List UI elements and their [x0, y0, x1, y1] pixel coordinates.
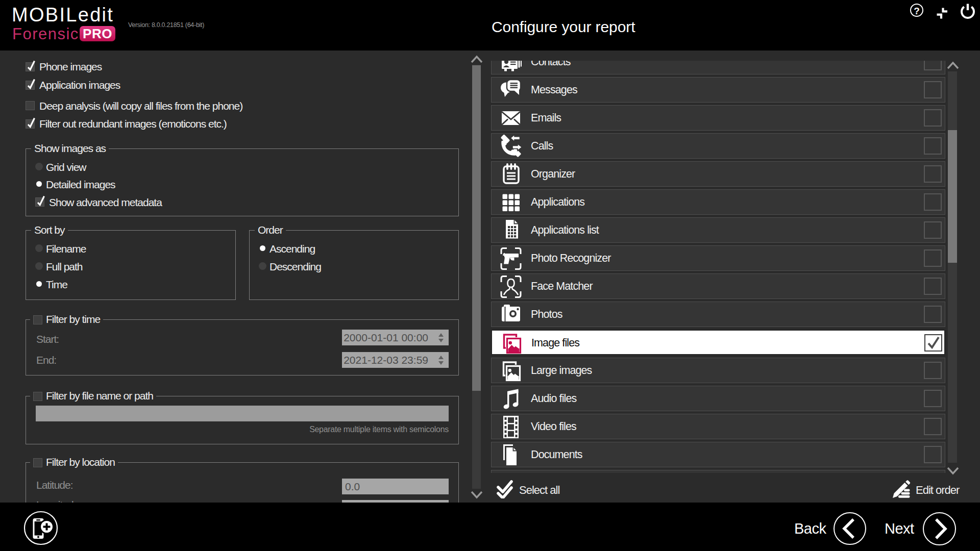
svg-text:?: ?	[914, 6, 920, 16]
